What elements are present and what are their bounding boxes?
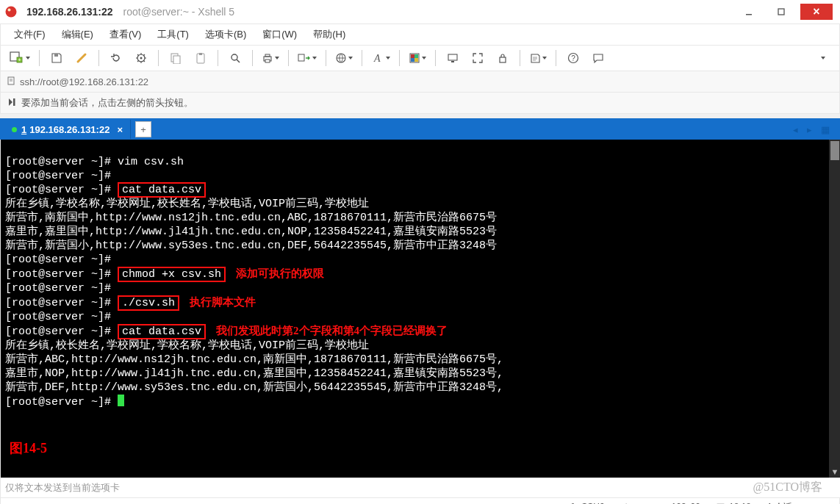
term-cmd-run: ./csv.sh [118,295,179,311]
term-line: [root@server ~]# [5,325,118,338]
menubar: 文件(F) 编辑(E) 查看(V) 工具(T) 选项卡(B) 窗口(W) 帮助(… [0,24,840,45]
menu-edit[interactable]: 编辑(E) [54,25,101,44]
address-bar[interactable]: ssh://root@192.168.26.131:22 [0,71,840,93]
svg-rect-25 [411,58,414,62]
chat-icon[interactable] [587,48,609,68]
svg-line-15 [237,60,240,62]
svg-rect-28 [451,61,454,62]
hint-text: 要添加当前会话，点击左侧的箭头按钮。 [21,96,193,109]
term-cmd-chmod: chmod +x csv.sh [118,267,226,282]
app-icon [4,5,18,18]
term-line: 新营市,ABC,http://www.ns12jh.tnc.edu.cn,南新国… [5,353,503,366]
main-toolbar: + A ? [0,45,840,71]
globe-icon[interactable] [332,48,356,68]
menu-file[interactable]: 文件(F) [7,25,53,44]
file-transfer-icon[interactable] [295,48,320,68]
term-line: [root@server ~]# vim csv.sh [5,156,184,168]
tab-next-icon[interactable]: ▸ [803,124,816,135]
tab-add-button[interactable]: + [135,121,151,137]
term-line: [root@server ~]# [5,311,111,323]
figure-caption: 图14-5 [10,439,47,457]
svg-rect-27 [448,54,457,60]
close-button[interactable]: × [800,4,833,20]
svg-text:A: A [373,53,381,64]
svg-point-0 [6,7,17,18]
tab-session-1[interactable]: 1 192.168.26.131:22 × [4,120,131,139]
tab-prev-icon[interactable]: ◂ [789,124,803,135]
term-line: 嘉里市,NOP,http://www.jl41jh.tnc.edu.cn,嘉里国… [5,367,503,380]
title-host: 192.168.26.131:22 [26,6,113,18]
menu-help[interactable]: 帮助(H) [306,25,353,44]
copy-icon[interactable] [165,48,187,68]
svg-rect-17 [265,54,270,57]
svg-rect-2 [746,14,752,15]
svg-point-1 [8,9,11,12]
svg-rect-7 [54,54,58,57]
term-line: [root@server ~]# [5,282,111,295]
hint-bar: 要添加当前会话，点击左侧的箭头按钮。 [0,93,840,114]
svg-rect-3 [778,9,784,15]
reconnect-icon[interactable] [105,48,127,68]
status-sessions: 1 会话 [767,501,792,505]
titlebar: 192.168.26.131:22 root@server:~ - Xshell… [0,0,840,24]
svg-rect-18 [265,60,270,62]
terminal-panel[interactable]: [root@server ~]# vim csv.sh [root@server… [0,140,840,478]
svg-rect-13 [199,53,202,55]
term-line: [root@server ~]# [5,184,118,196]
font-icon[interactable]: A [368,48,393,68]
svg-rect-19 [298,54,304,61]
scroll-thumb[interactable] [830,141,839,160]
menu-view[interactable]: 查看(V) [102,25,148,44]
status-bar: SSH2 xterm 123x22 18,18 1 会话 [0,498,840,504]
scroll-down-icon[interactable]: ▼ [829,466,840,478]
connection-status-dot-icon [12,127,17,132]
svg-text:?: ? [571,54,575,62]
lock-icon[interactable] [492,48,514,68]
properties-icon[interactable] [130,48,152,68]
printer-icon[interactable] [259,48,282,68]
svg-rect-11 [173,56,180,64]
svg-rect-24 [414,54,418,58]
add-session-arrow-icon[interactable] [7,97,17,109]
svg-rect-26 [414,58,418,62]
term-line: [root@server ~]# [5,297,118,309]
term-line: [root@server ~]# [5,253,111,266]
term-line: [root@server ~]# [5,396,118,408]
svg-point-14 [231,54,237,60]
compose-icon[interactable] [71,48,93,68]
tab-close-icon[interactable]: × [117,124,123,135]
tab-label: 192.168.26.131:22 [29,124,110,135]
term-line: 嘉里市,嘉里国中,http://www.jl41jh.tnc.edu.cn,NO… [5,226,497,238]
term-line: 新营市,南新国中,http://www.ns12jh.tnc.edu.cn,AB… [5,212,497,224]
tab-strip: 1 192.168.26.131:22 × + ◂ ▸ ▦ [0,118,840,140]
script-icon[interactable] [526,48,550,68]
search-icon[interactable] [224,48,246,68]
minimize-button[interactable] [733,1,765,22]
help-icon[interactable]: ? [562,48,584,68]
tab-overview-icon[interactable]: ▦ [816,124,834,135]
menu-tabs[interactable]: 选项卡(B) [198,25,254,44]
bookmark-icon [7,76,15,87]
new-session-icon[interactable]: + [7,48,33,68]
term-line: [root@server ~]# [5,268,118,281]
terminal-scrollbar[interactable]: ▲ ▼ [829,140,840,478]
svg-rect-33 [13,98,15,106]
title-rest: root@server:~ - Xshell 5 [123,6,235,18]
term-line: 所在乡镇,学校名称,学校网址,校长姓名,学校电话,VOIP前三码,学校地址 [5,198,369,210]
term-line: [root@server ~]# [5,170,111,182]
rdp-icon[interactable] [442,48,464,68]
maximize-button[interactable] [765,1,797,22]
paste-icon[interactable] [190,48,212,68]
color-scheme-icon[interactable] [406,48,429,68]
svg-text:+: + [18,57,21,63]
tab-index: 1 [21,124,26,135]
fullscreen-icon[interactable] [467,48,489,68]
send-text-bar[interactable]: 仅将文本发送到当前选项卡 [0,478,840,498]
menu-tools[interactable]: 工具(T) [150,25,196,44]
menu-window[interactable]: 窗口(W) [255,25,304,44]
annotation-chmod: 添加可执行的权限 [236,267,324,279]
save-icon[interactable] [46,48,68,68]
term-line: 所在乡镇,校长姓名,学校网址,学校名称,学校电话,VOIP前三码,学校地址 [5,339,369,352]
annotation-result: 我们发现此时第2个字段和第4个字段已经调换了 [216,325,448,336]
toolbar-overflow-icon[interactable] [811,48,833,68]
